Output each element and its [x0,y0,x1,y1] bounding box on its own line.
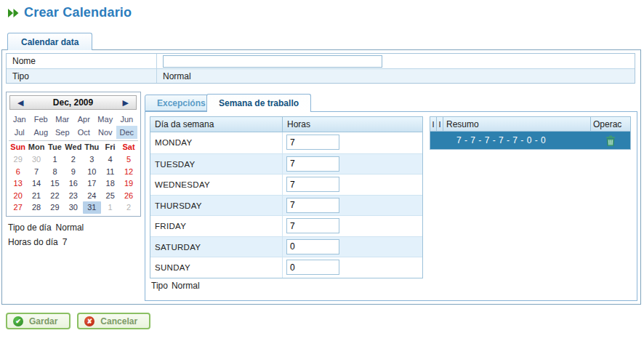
week-table: Día da semana Horas MONDAY TUESDAY WEDNE… [150,116,423,278]
day-type-label: Tipo de día [8,222,52,233]
day-cell[interactable]: 6 [9,166,27,178]
hours-input-saturday[interactable] [286,239,339,254]
col-operacions: Operac [590,117,630,131]
prev-month-icon[interactable]: ◀ [17,98,23,108]
day-cell[interactable]: 25 [101,190,119,202]
dow-mon: Mon [27,143,45,151]
hours-input-sunday[interactable] [286,260,339,275]
day-cell[interactable]: 19 [119,177,137,190]
day-cell[interactable]: 30 [64,201,82,214]
day-cell[interactable]: 13 [9,177,27,190]
week-row: 6 7 8 9 10 11 12 [9,166,138,178]
dow-tue: Tue [46,143,64,151]
day-cell[interactable]: 30 [27,153,45,166]
day-cell[interactable]: 20 [9,190,27,202]
day-cell[interactable]: 29 [46,201,64,214]
tab-calendar-data-label: Calendar data [21,37,79,47]
next-month-icon[interactable]: ▶ [123,98,129,108]
table-row-sunday: SUNDAY [150,257,422,278]
month-dec-selected[interactable]: Dec [116,126,138,139]
hours-input-friday[interactable] [286,218,339,233]
col-horas: Horas [282,117,422,132]
table-row-saturday: SATURDAY [150,236,422,257]
create-calendar-page: Crear Calendario Calendar data Nome Tipo… [0,0,644,341]
month-jun[interactable]: Jun [116,113,138,126]
tab-semana-label: Semana de traballo [219,98,299,108]
delete-icon[interactable] [605,135,616,148]
cross-icon: ✘ [84,316,94,326]
weekday-headers: Sun Mon Tue Wed Thu Fri Sat [9,140,138,151]
month-may[interactable]: May [94,113,116,126]
day-cell[interactable]: 21 [27,190,45,202]
dow-thu: Thu [83,143,101,151]
double-chevron-icon [7,9,19,17]
month-mar[interactable]: Mar [52,113,73,126]
day-cell[interactable]: 8 [46,166,64,178]
datepicker-nav: ◀ Dec, 2009 ▶ [9,95,137,110]
day-hours-info: Horas do día7 [8,237,67,247]
save-button[interactable]: ✔ Gardar [6,313,71,329]
day-cell[interactable]: 28 [27,201,45,214]
day-cell-selected[interactable]: 31 [83,201,101,214]
day-cell[interactable]: 3 [83,153,101,166]
day-hours-value: 7 [63,237,68,247]
tipo-label: Tipo [7,69,157,83]
hours-input-wednesday[interactable] [286,177,339,192]
col-resumo: Resumo [443,117,590,131]
month-jan[interactable]: Jan [9,113,31,126]
tab-excepcions-label: Excepcións [157,98,206,108]
month-apr[interactable]: Apr [73,113,95,126]
dow-fri: Fri [101,143,119,151]
summary-resumo-value: 7 - 7 - 7 - 7 - 7 - 0 - 0 [456,135,546,145]
day-cell[interactable]: 14 [27,177,45,190]
form-row-tipo: Tipo Normal [7,68,635,83]
day-cell[interactable]: 18 [101,177,119,190]
day-cell[interactable]: 27 [9,201,27,214]
dow-sun: Sun [9,143,27,151]
summary-table-header: I I Resumo Operac [430,117,630,132]
day-type-value: Normal [56,222,84,233]
cancel-button[interactable]: ✘ Cancelar [77,313,150,329]
tab-semana-de-traballo[interactable]: Semana de traballo [206,94,311,112]
day-cell[interactable]: 4 [101,153,119,166]
week-row: 27 28 29 30 31 1 2 [9,201,138,214]
day-cell[interactable]: 1 [46,153,64,166]
day-cell[interactable]: 16 [64,177,82,190]
day-cell[interactable]: 26 [119,190,137,202]
datepicker-month-year: Dec, 2009 [53,97,93,108]
day-cell[interactable]: 1 [101,201,119,214]
day-cell[interactable]: 12 [119,166,137,178]
month-nov[interactable]: Nov [94,126,116,139]
hours-input-tuesday[interactable] [286,156,339,172]
day-cell[interactable]: 5 [119,153,137,166]
save-button-label: Gardar [29,316,57,326]
day-cell[interactable]: 2 [64,153,82,166]
day-hours-label: Horas do día [8,237,58,247]
day-cell[interactable]: 10 [83,166,101,178]
day-cell[interactable]: 7 [27,166,45,178]
day-cell[interactable]: 11 [101,166,119,178]
col-i2: I [437,117,443,131]
hours-input-monday[interactable] [286,135,339,150]
week-row: 20 21 22 23 24 25 26 [9,190,138,202]
month-feb[interactable]: Feb [31,113,52,126]
table-row-monday: MONDAY [150,132,422,153]
month-oct[interactable]: Oct [73,126,95,139]
summary-row-selected[interactable]: 7 - 7 - 7 - 7 - 7 - 0 - 0 [430,132,630,149]
month-aug[interactable]: Aug [31,126,52,139]
day-cell[interactable]: 22 [46,190,64,202]
day-cell[interactable]: 2 [119,201,137,214]
month-jul[interactable]: Jul [9,126,31,139]
day-cell[interactable]: 15 [46,177,64,190]
day-cell[interactable]: 24 [83,190,101,202]
table-row-thursday: THURSDAY [150,195,422,216]
day-cell[interactable]: 17 [83,177,101,190]
day-cell[interactable]: 9 [64,166,82,178]
tab-calendar-data[interactable]: Calendar data [7,33,92,50]
nome-input[interactable] [163,55,382,68]
week-type-value: Normal [172,281,200,291]
day-cell[interactable]: 29 [9,153,27,166]
month-sep[interactable]: Sep [52,126,73,139]
day-cell[interactable]: 23 [64,190,82,202]
hours-input-thursday[interactable] [286,198,339,213]
